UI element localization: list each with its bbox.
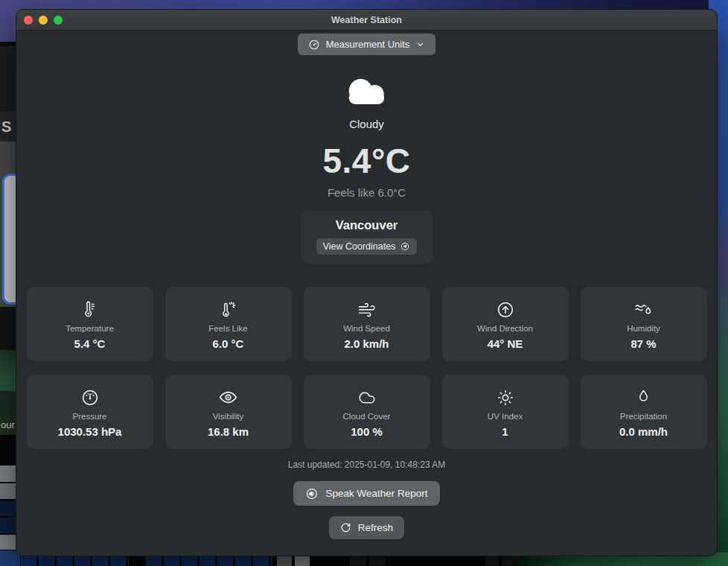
- last-updated-text: Last updated: 2025-01-09, 10:48:23 AM: [288, 460, 446, 470]
- stat-value: 16.8 km: [208, 425, 249, 438]
- refresh-button[interactable]: Refresh: [329, 516, 404, 539]
- speak-weather-report-button[interactable]: Speak Weather Report: [293, 481, 439, 506]
- thermometer-icon: [80, 300, 99, 319]
- stat-label: Humidity: [627, 324, 660, 333]
- stat-value: 87 %: [630, 337, 656, 350]
- background-tile: [0, 500, 16, 516]
- view-coordinates-button[interactable]: View Coordinates: [316, 238, 418, 255]
- stat-label: Wind Speed: [343, 324, 390, 333]
- location-card: Vancouver View Coordinates: [301, 211, 433, 264]
- stat-card: Precipitation 0.0 mm/h: [581, 375, 707, 449]
- stat-card: Cloud Cover 100 %: [304, 375, 430, 449]
- background-window-fragment: [0, 435, 16, 465]
- stat-card: Wind Direction 44° NE: [442, 287, 569, 361]
- stat-card: Visibility 16.8 km: [165, 375, 292, 449]
- stat-label: Visibility: [213, 412, 243, 421]
- view-coordinates-label: View Coordinates: [323, 241, 396, 252]
- background-window-fragment: [0, 391, 16, 416]
- stat-value: 1030.53 hPa: [58, 425, 122, 438]
- stat-card: Feels Like 6.0 °C: [165, 287, 292, 361]
- cloudy-weather-icon: [339, 72, 395, 111]
- background-tile: [0, 518, 16, 533]
- stat-label: UV Index: [488, 412, 523, 421]
- stat-value: 0.0 mm/h: [619, 425, 668, 438]
- stat-card: Humidity 87 %: [581, 287, 707, 361]
- stat-card: Temperature 5.4 °C: [27, 287, 153, 361]
- stat-label: Feels Like: [208, 324, 247, 333]
- stat-card: Pressure 1030.53 hPa: [27, 375, 153, 449]
- background-text-fragment: S: [1, 118, 11, 136]
- stat-label: Wind Direction: [477, 324, 533, 333]
- feels-like-text: Feels like 6.0°C: [328, 186, 406, 199]
- wind-icon: [357, 300, 377, 319]
- stat-value: 6.0 °C: [213, 337, 244, 350]
- city-name: Vancouver: [336, 218, 397, 232]
- stat-value: 5.4 °C: [74, 337, 106, 350]
- background-window-fragment: [0, 46, 16, 112]
- stat-label: Temperature: [66, 324, 114, 333]
- background-text-fragment: our: [1, 419, 15, 430]
- traffic-lights: [24, 16, 63, 25]
- stat-card: UV Index 1: [442, 375, 569, 449]
- stat-card: Wind Speed 2.0 km/h: [304, 287, 430, 361]
- stat-value: 100 %: [351, 425, 383, 438]
- stat-value: 1: [502, 425, 508, 438]
- speak-button-label: Speak Weather Report: [325, 488, 427, 499]
- background-window-fragment: [0, 171, 16, 307]
- refresh-icon: [340, 522, 351, 533]
- sun-icon: [496, 388, 515, 407]
- arrow-up-circle-icon: [496, 300, 515, 319]
- speaker-icon: [305, 487, 319, 500]
- stat-value: 2.0 km/h: [344, 337, 389, 350]
- stat-value: 44° NE: [488, 337, 523, 350]
- droplet-icon: [634, 388, 653, 407]
- desktop: S our Weather Station: [0, 0, 728, 566]
- gauge-icon: [80, 388, 100, 407]
- background-window-fragment: our: [0, 416, 16, 435]
- measurement-units-button[interactable]: Measurement Units: [298, 34, 436, 55]
- stats-grid: Temperature 5.4 °C Feels Like 6.0 °C Win…: [27, 287, 707, 449]
- close-button[interactable]: [24, 16, 33, 25]
- background-window-fragment: S: [0, 112, 16, 142]
- current-temperature: 5.4°C: [322, 143, 410, 179]
- measurement-units-label: Measurement Units: [326, 39, 410, 50]
- minimize-button[interactable]: [39, 16, 48, 25]
- stat-label: Precipitation: [620, 412, 667, 421]
- stat-label: Pressure: [72, 412, 106, 421]
- refresh-button-label: Refresh: [358, 522, 393, 533]
- condition-label: Cloudy: [349, 118, 384, 130]
- background-tile: [0, 483, 16, 499]
- thermometer-sun-icon: [219, 300, 237, 319]
- stat-label: Cloud Cover: [343, 412, 391, 421]
- cloud-outline-icon: [357, 388, 377, 407]
- background-window-fragment: [0, 350, 16, 391]
- gauge-icon: [308, 39, 320, 51]
- background-window-fragment: [0, 307, 16, 350]
- window-content: Measurement Units Cloudy 5.4°C Feels lik…: [16, 31, 717, 556]
- location-arrow-icon: [400, 241, 410, 252]
- chevron-down-icon: [415, 39, 425, 49]
- humidity-icon: [633, 300, 654, 319]
- weather-station-window: Weather Station Measurement Units: [16, 9, 718, 556]
- window-title: Weather Station: [16, 15, 717, 25]
- background-window-fragment: [0, 142, 16, 171]
- zoom-button[interactable]: [54, 16, 63, 25]
- background-tile: [0, 535, 16, 550]
- titlebar[interactable]: Weather Station: [16, 10, 717, 31]
- background-tile: [0, 465, 16, 482]
- eye-icon: [218, 388, 238, 407]
